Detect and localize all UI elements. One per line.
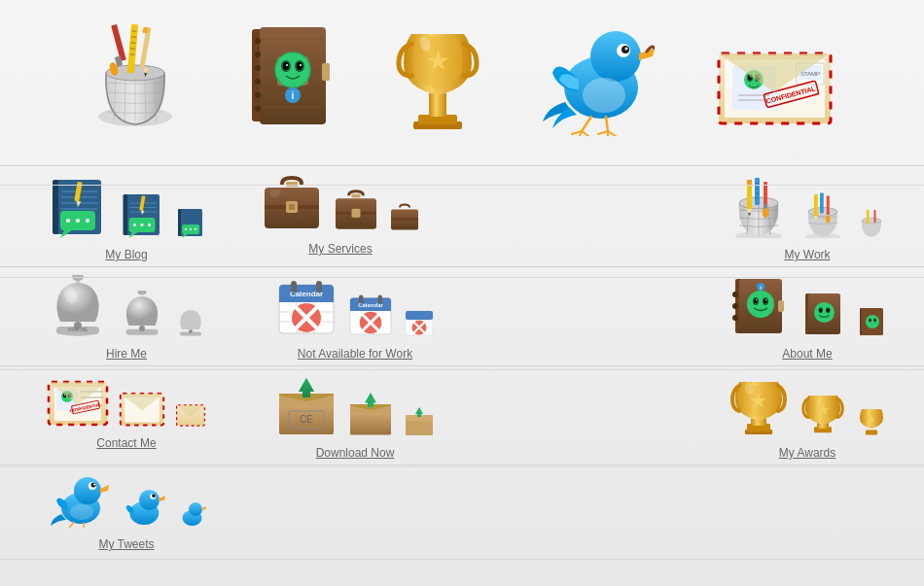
myawards-icon-sm[interactable]: ★ bbox=[856, 405, 887, 440]
svg-point-91 bbox=[86, 219, 89, 223]
svg-rect-44 bbox=[429, 92, 446, 117]
contactme-label[interactable]: Contact Me bbox=[96, 436, 156, 450]
svg-rect-41 bbox=[322, 63, 330, 81]
svg-point-147 bbox=[862, 218, 881, 224]
myawards-icon-lg[interactable]: ★ bbox=[728, 374, 790, 440]
svg-point-30 bbox=[297, 62, 302, 70]
myservices-label[interactable]: My Services bbox=[308, 242, 372, 256]
svg-rect-137 bbox=[764, 182, 767, 207]
svg-line-57 bbox=[598, 131, 608, 134]
svg-point-60 bbox=[583, 78, 625, 113]
svg-point-103 bbox=[148, 224, 151, 226]
myblog-icon-md[interactable] bbox=[119, 191, 165, 242]
myservices-icon-sm[interactable] bbox=[389, 203, 420, 236]
myblog-icon-sm[interactable] bbox=[175, 207, 206, 242]
svg-point-90 bbox=[76, 219, 80, 223]
download-icon-md[interactable] bbox=[347, 390, 394, 440]
contactme-icon-sm[interactable] bbox=[175, 401, 206, 431]
notavail-label[interactable]: Not Available for Work bbox=[298, 347, 412, 361]
svg-rect-111 bbox=[286, 182, 298, 187]
svg-rect-132 bbox=[755, 178, 760, 205]
svg-rect-16 bbox=[139, 27, 151, 68]
aboutme-icon-md[interactable] bbox=[800, 291, 846, 341]
hero-trophy-icon[interactable]: ★ bbox=[394, 19, 481, 136]
svg-line-52 bbox=[582, 117, 591, 131]
svg-rect-257 bbox=[866, 431, 877, 435]
myservices-group: My Services bbox=[233, 176, 447, 261]
svg-rect-144 bbox=[820, 193, 824, 214]
svg-rect-129 bbox=[747, 180, 752, 185]
svg-point-51 bbox=[625, 48, 628, 51]
hireme-icon-sm[interactable] bbox=[175, 306, 206, 341]
download-icons: CE bbox=[275, 374, 435, 440]
mytweets-icon-md[interactable] bbox=[119, 487, 165, 532]
mywork-icons bbox=[728, 176, 887, 242]
svg-point-213 bbox=[866, 315, 879, 328]
svg-point-267 bbox=[70, 504, 93, 520]
svg-rect-105 bbox=[178, 209, 181, 236]
main-page: i bbox=[0, 0, 924, 586]
svg-rect-180 bbox=[378, 295, 383, 304]
download-icon-sm[interactable] bbox=[404, 405, 435, 440]
svg-point-159 bbox=[139, 326, 145, 331]
hero-addressbook-icon[interactable]: i bbox=[240, 19, 338, 136]
mywork-icon-lg[interactable] bbox=[728, 176, 790, 242]
hero-envelope-icon[interactable]: STAMP CONFIDENTIAL bbox=[711, 29, 837, 126]
svg-text:★: ★ bbox=[426, 46, 450, 76]
contactme-icon-md[interactable] bbox=[119, 388, 165, 431]
mywork-label[interactable]: My Work bbox=[784, 248, 830, 261]
myservices-icon-lg[interactable] bbox=[261, 176, 323, 236]
svg-point-39 bbox=[255, 92, 261, 98]
notavail-icon-lg[interactable]: Calendar bbox=[275, 275, 338, 341]
myblog-group: My Blog bbox=[19, 176, 233, 261]
svg-point-146 bbox=[826, 216, 831, 224]
svg-point-271 bbox=[152, 494, 156, 498]
mytweets-label[interactable]: My Tweets bbox=[98, 537, 154, 551]
myawards-icon-md[interactable]: ★ bbox=[800, 390, 846, 440]
svg-point-209 bbox=[819, 309, 822, 312]
mytweets-icon-sm[interactable] bbox=[175, 500, 206, 532]
download-icon-lg[interactable]: CE bbox=[275, 374, 338, 440]
myblog-icons bbox=[47, 176, 206, 242]
svg-text:HIRE ME: HIRE ME bbox=[68, 327, 89, 332]
row-contact-download-awards: CONFIDENTIAL bbox=[0, 366, 924, 465]
hireme-label[interactable]: Hire Me bbox=[106, 347, 147, 361]
svg-point-191 bbox=[747, 291, 774, 318]
contactme-icon-lg[interactable]: CONFIDENTIAL bbox=[47, 374, 109, 431]
svg-text:CE: CE bbox=[300, 414, 313, 425]
myawards-label[interactable]: My Awards bbox=[779, 446, 835, 460]
svg-point-273 bbox=[189, 502, 202, 516]
svg-rect-93 bbox=[124, 194, 128, 235]
svg-rect-185 bbox=[406, 311, 433, 320]
download-label[interactable]: Download Now bbox=[316, 446, 395, 460]
hero-tools-icon[interactable] bbox=[87, 19, 184, 136]
svg-point-269 bbox=[139, 490, 160, 510]
hireme-icon-md[interactable] bbox=[119, 291, 165, 341]
aboutme-label[interactable]: About Me bbox=[782, 347, 832, 361]
svg-point-210 bbox=[827, 309, 830, 312]
aboutme-icon-sm[interactable] bbox=[856, 306, 887, 341]
svg-rect-122 bbox=[391, 219, 418, 221]
myservices-icon-md[interactable] bbox=[333, 190, 379, 236]
svg-point-102 bbox=[141, 224, 144, 226]
notavail-icon-sm[interactable] bbox=[404, 306, 435, 341]
mytweets-icon-lg[interactable] bbox=[47, 473, 109, 532]
hero-twitter-icon[interactable] bbox=[538, 19, 655, 136]
mywork-icon-sm[interactable] bbox=[856, 207, 887, 242]
contactme-icons: CONFIDENTIAL bbox=[47, 374, 206, 431]
svg-line-56 bbox=[606, 117, 608, 131]
mywork-icon-md[interactable] bbox=[800, 191, 846, 242]
hireme-icon-lg[interactable]: HIRE ME bbox=[47, 275, 109, 341]
notavail-icons: Calendar bbox=[275, 275, 435, 341]
svg-point-29 bbox=[283, 62, 289, 70]
notavail-icon-md[interactable]: Calendar bbox=[347, 291, 394, 341]
myblog-label[interactable]: My Blog bbox=[105, 248, 147, 261]
svg-text:i: i bbox=[292, 90, 295, 101]
svg-point-217 bbox=[874, 320, 876, 322]
svg-rect-149 bbox=[874, 210, 876, 223]
svg-point-161 bbox=[189, 329, 193, 333]
myblog-icon-lg[interactable] bbox=[47, 176, 109, 242]
svg-point-264 bbox=[93, 484, 95, 486]
aboutme-icon-lg[interactable]: i bbox=[728, 275, 790, 341]
aboutme-icons: i bbox=[728, 275, 887, 341]
